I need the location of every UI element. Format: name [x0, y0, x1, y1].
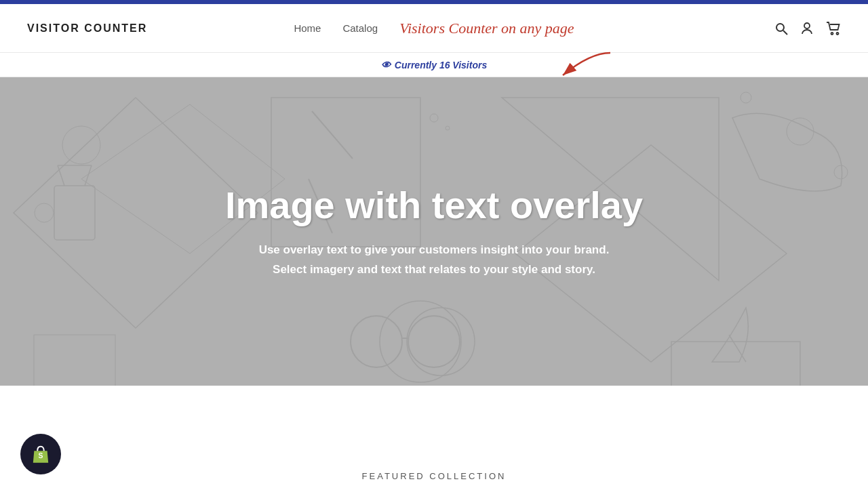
svg-rect-21 — [54, 186, 95, 240]
search-icon[interactable] — [774, 22, 788, 35]
featured-collection-label: FEATURED COLLECTION — [362, 471, 507, 481]
hero-content: Image with text overlay Use overlay text… — [225, 183, 643, 280]
svg-line-30 — [729, 335, 746, 362]
svg-rect-19 — [671, 342, 800, 386]
svg-point-3 — [837, 33, 839, 35]
svg-point-27 — [351, 316, 402, 367]
svg-point-13 — [380, 301, 461, 382]
svg-rect-20 — [34, 335, 115, 386]
logo: VISITOR COUNTER — [27, 22, 147, 35]
hero-subtitle-line1: Use overlay text to give your customers … — [225, 241, 643, 260]
nav-center: Home Catalog Visitors Counter on any pag… — [294, 20, 574, 37]
svg-point-2 — [831, 33, 833, 35]
hero-subtitle-line2: Select imagery and text that relates to … — [225, 260, 643, 280]
visitor-counter-text: Currently 16 Visitors — [395, 60, 487, 70]
svg-point-28 — [408, 316, 460, 367]
hero-section: Image with text overlay Use overlay text… — [0, 77, 868, 386]
svg-point-17 — [430, 114, 438, 122]
svg-point-16 — [741, 92, 751, 103]
annotation-label: Visitors Counter on any page — [399, 20, 574, 37]
header: VISITOR COUNTER Home Catalog Visitors Co… — [0, 4, 868, 53]
cart-icon[interactable] — [826, 22, 841, 35]
eye-icon: 👁 — [381, 60, 391, 70]
hero-title: Image with text overlay — [225, 183, 643, 227]
nav-catalog[interactable]: Catalog — [342, 22, 378, 34]
svg-point-18 — [446, 126, 450, 130]
svg-marker-5 — [14, 98, 258, 328]
login-icon[interactable] — [800, 22, 814, 35]
nav-icons — [774, 22, 841, 35]
svg-line-1 — [783, 30, 787, 35]
svg-text:S: S — [39, 452, 43, 460]
bottom-section: FEATURED COLLECTION S — [0, 386, 868, 488]
svg-point-15 — [834, 165, 848, 179]
svg-point-12 — [407, 308, 475, 375]
nav-home[interactable]: Home — [294, 22, 321, 34]
svg-point-11 — [35, 203, 54, 222]
svg-point-14 — [787, 118, 814, 145]
visitor-counter: 👁 Currently 16 Visitors — [381, 60, 487, 70]
visitor-bar: 👁 Currently 16 Visitors — [0, 53, 868, 77]
svg-point-10 — [62, 126, 100, 164]
svg-point-0 — [776, 24, 784, 31]
svg-line-25 — [312, 111, 353, 159]
shopify-bubble[interactable]: S — [20, 434, 61, 474]
